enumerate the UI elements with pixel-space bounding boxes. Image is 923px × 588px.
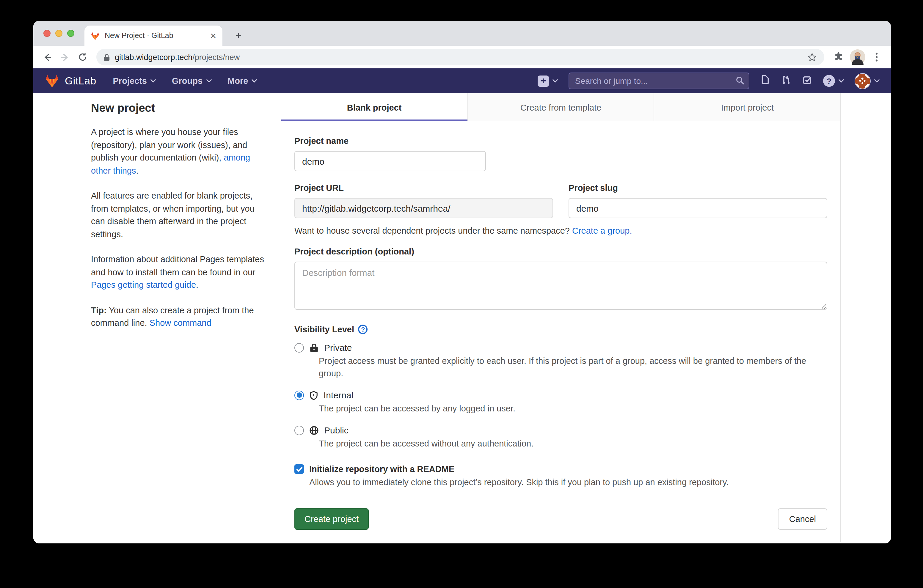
browser-menu-kebab-icon[interactable] <box>868 49 885 66</box>
blank-project-form: Project name Project URL Project slug Wa… <box>281 121 840 542</box>
show-command-link[interactable]: Show command <box>149 318 212 328</box>
issues-icon[interactable] <box>760 74 770 87</box>
readme-label[interactable]: Initialize repository with a README <box>309 464 454 474</box>
new-menu-button[interactable]: + <box>538 75 558 87</box>
url-path: /projects/new <box>192 53 240 62</box>
sidebar-text: . <box>136 166 139 175</box>
reload-icon[interactable] <box>75 49 90 65</box>
project-description-textarea[interactable] <box>294 261 827 310</box>
private-label[interactable]: Private <box>324 342 352 353</box>
todos-icon[interactable] <box>802 75 812 87</box>
visibility-help-icon[interactable]: ? <box>358 325 368 334</box>
readme-checkbox-row: Initialize repository with a README <box>294 464 827 474</box>
pages-guide-link[interactable]: Pages getting started guide <box>91 280 196 289</box>
address-bar[interactable]: gitlab.widgetcorp.tech/projects/new <box>96 49 824 66</box>
check-icon <box>296 466 302 472</box>
help-menu-button[interactable]: ? <box>823 75 844 87</box>
project-url-label: Project URL <box>294 183 553 193</box>
back-icon[interactable] <box>39 49 55 65</box>
create-project-button[interactable]: Create project <box>294 508 369 530</box>
tab-blank-project[interactable]: Blank project <box>281 94 467 121</box>
extensions-puzzle-icon[interactable] <box>830 49 847 66</box>
gitlab-favicon <box>90 31 100 40</box>
public-label[interactable]: Public <box>324 425 348 435</box>
browser-profile-avatar[interactable] <box>849 49 866 66</box>
internal-label[interactable]: Internal <box>324 390 353 400</box>
window-controls <box>43 30 74 37</box>
visibility-level-row: Visibility Level ? <box>294 325 827 334</box>
tab-import-project[interactable]: Import project <box>654 94 840 121</box>
namespace-helper: Want to house several dependent projects… <box>294 226 827 235</box>
page-title: New project <box>91 102 264 115</box>
titlebar: New Project · GitLab ✕ + <box>33 21 891 46</box>
nav-item-label: Projects <box>113 76 147 85</box>
namespace-text: Want to house several dependent projects… <box>294 226 572 235</box>
cancel-button[interactable]: Cancel <box>778 508 827 530</box>
search-input[interactable] <box>568 72 749 89</box>
user-menu-button[interactable] <box>855 73 880 89</box>
gitlab-menu: Projects Groups More <box>113 76 257 85</box>
chevron-down-icon <box>552 79 558 83</box>
project-name-label: Project name <box>294 136 827 146</box>
browser-window: New Project · GitLab ✕ + gitlab.widgetco… <box>33 21 891 544</box>
visibility-level-label: Visibility Level <box>294 325 354 334</box>
gitlab-navbar-right: + ? <box>538 72 880 89</box>
merge-requests-icon[interactable] <box>781 74 792 87</box>
url-text: gitlab.widgetcorp.tech/projects/new <box>115 53 802 62</box>
visibility-option-private: Private Project access must be granted e… <box>294 342 827 380</box>
readme-description: Allows you to immediately clone this pro… <box>309 478 827 487</box>
private-radio[interactable] <box>294 343 304 352</box>
project-slug-input[interactable] <box>568 198 827 218</box>
minimize-window-button[interactable] <box>55 30 62 37</box>
project-type-tabs: Blank project Create from template Impor… <box>281 94 840 121</box>
nav-item-groups[interactable]: Groups <box>172 76 212 85</box>
browser-toolbar: gitlab.widgetcorp.tech/projects/new <box>33 46 891 68</box>
nav-item-label: Groups <box>172 76 202 85</box>
global-search <box>568 72 749 89</box>
project-name-input[interactable] <box>294 151 486 171</box>
chevron-down-icon <box>151 79 156 83</box>
create-group-link[interactable]: Create a group. <box>572 226 632 235</box>
url-host: gitlab.widgetcorp.tech <box>115 53 192 62</box>
public-description: The project can be accessed without any … <box>319 438 827 450</box>
new-project-panel: Blank project Create from template Impor… <box>281 94 841 542</box>
internal-radio[interactable] <box>294 390 304 400</box>
chevron-down-icon <box>839 79 844 83</box>
sidebar-help-column: New project A project is where you house… <box>91 94 264 342</box>
tab-create-from-template[interactable]: Create from template <box>467 94 654 121</box>
gitlab-logo-icon <box>44 74 59 88</box>
browser-tab-title: New Project · GitLab <box>105 31 205 40</box>
visibility-option-public: Public The project can be accessed witho… <box>294 425 827 450</box>
form-actions: Create project Cancel <box>294 508 827 530</box>
public-radio[interactable] <box>294 425 304 435</box>
nav-item-projects[interactable]: Projects <box>113 76 156 85</box>
internal-description: The project can be accessed by any logge… <box>319 402 827 415</box>
forward-icon[interactable] <box>57 49 72 65</box>
browser-tab[interactable]: New Project · GitLab ✕ <box>84 26 222 46</box>
chevron-down-icon <box>251 79 257 83</box>
shield-icon <box>309 390 318 400</box>
gitlab-wordmark: GitLab <box>65 75 96 87</box>
close-window-button[interactable] <box>43 30 51 37</box>
sidebar-text: Information about additional Pages templ… <box>91 255 264 277</box>
chevron-down-icon <box>874 79 880 83</box>
gitlab-navbar: GitLab Projects Groups More + <box>33 68 891 94</box>
sidebar-paragraph: All features are enabled for blank proje… <box>91 190 264 241</box>
page-content: New project A project is where you house… <box>33 94 891 544</box>
sidebar-paragraph: Information about additional Pages templ… <box>91 253 264 292</box>
zoom-window-button[interactable] <box>67 30 74 37</box>
project-description-label: Project description (optional) <box>294 247 827 256</box>
sidebar-text: . <box>196 280 198 289</box>
sidebar-paragraph: A project is where you house your files … <box>91 126 264 177</box>
search-icon <box>736 76 745 85</box>
project-url-input[interactable] <box>294 198 553 218</box>
tab-close-icon[interactable]: ✕ <box>210 32 217 39</box>
lock-icon <box>103 53 110 61</box>
plus-icon: + <box>538 75 549 87</box>
gitlab-brand[interactable]: GitLab <box>44 74 96 88</box>
nav-item-more[interactable]: More <box>227 76 257 85</box>
chevron-down-icon <box>206 79 212 83</box>
new-tab-button[interactable]: + <box>231 28 246 43</box>
bookmark-star-icon[interactable] <box>807 52 817 62</box>
readme-checkbox[interactable] <box>294 464 304 474</box>
